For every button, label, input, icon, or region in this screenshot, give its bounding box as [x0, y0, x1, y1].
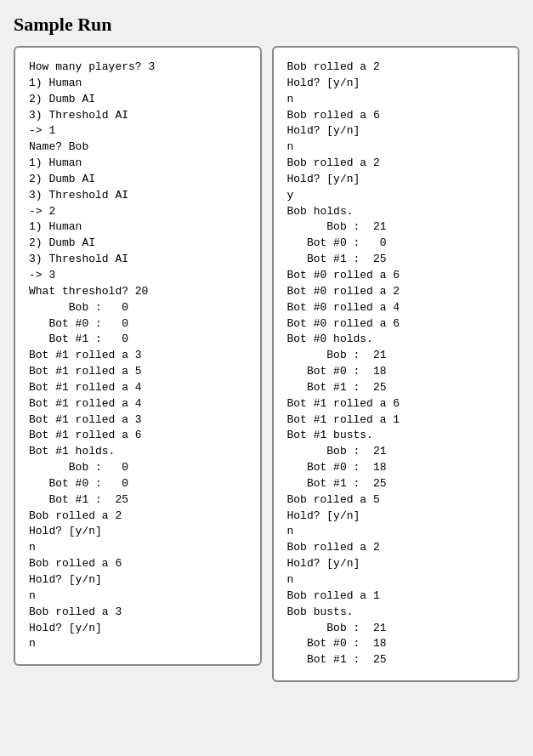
panels-container: How many players? 3 1) Human 2) Dumb AI …	[14, 46, 519, 682]
right-panel: Bob rolled a 2 Hold? [y/n] n Bob rolled …	[272, 46, 520, 682]
page-title: Sample Run	[14, 14, 519, 36]
left-panel: How many players? 3 1) Human 2) Dumb AI …	[14, 46, 262, 666]
